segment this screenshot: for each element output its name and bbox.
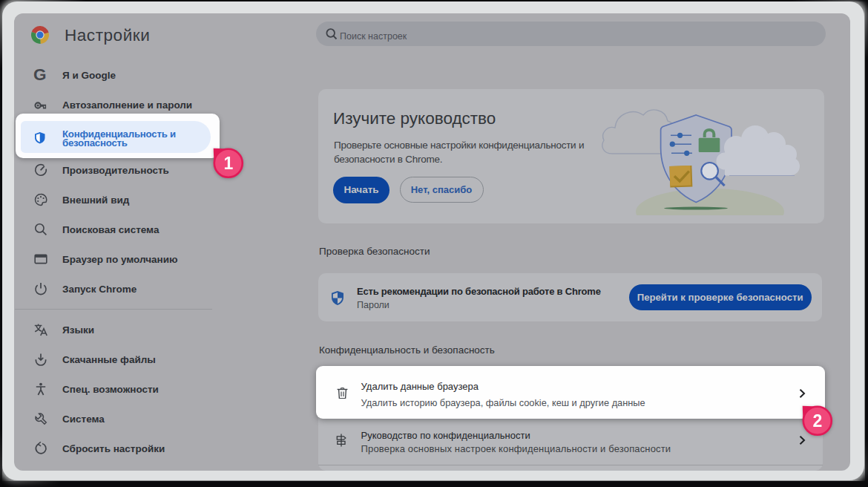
- svg-text:2: 2: [812, 411, 822, 430]
- svg-text:1: 1: [223, 154, 233, 173]
